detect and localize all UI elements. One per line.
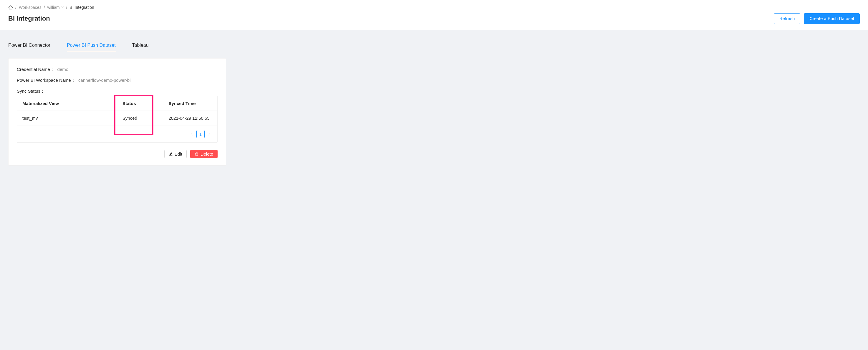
delete-button[interactable]: Delete — [190, 150, 218, 158]
breadcrumb-workspaces[interactable]: Workspaces — [19, 5, 41, 10]
page-header: / Workspaces / william / BI Integration … — [0, 0, 868, 30]
edit-button[interactable]: Edit — [164, 150, 187, 158]
tab-powerbi-push-dataset[interactable]: Power BI Push Dataset — [67, 38, 116, 52]
edit-button-label: Edit — [175, 151, 182, 156]
push-dataset-card: Credential Name ： demo Power BI Workspac… — [8, 58, 226, 166]
pagination: 〈 1 〉 — [17, 126, 217, 142]
credential-name-label: Credential Name — [17, 67, 50, 72]
delete-button-label: Delete — [200, 151, 213, 156]
delete-icon — [195, 152, 199, 156]
cell-status: Synced — [117, 111, 163, 126]
breadcrumb-user-dropdown[interactable]: william — [48, 5, 64, 10]
pagination-page-1[interactable]: 1 — [196, 130, 205, 138]
pagination-next[interactable]: 〉 — [208, 132, 212, 137]
cell-synced-time: 2021-04-29 12:50:55 — [163, 111, 217, 126]
breadcrumb-user: william — [48, 5, 60, 10]
column-status: Status — [117, 96, 163, 111]
page-title: BI Integration — [8, 15, 50, 22]
breadcrumb: / Workspaces / william / BI Integration — [8, 5, 860, 10]
breadcrumb-separator: / — [44, 5, 45, 10]
cell-materialized-view: test_mv — [17, 111, 117, 126]
sync-status-label: Sync Status — [17, 89, 40, 94]
workspace-name-value: cannerflow-demo-power-bi — [78, 78, 131, 83]
tabs: Power BI Connector Power BI Push Dataset… — [8, 38, 860, 53]
edit-icon — [169, 152, 173, 156]
sync-status-table: Materialized View Status Synced Time tes… — [17, 96, 218, 143]
breadcrumb-separator: / — [66, 5, 67, 10]
chevron-down-icon — [61, 6, 64, 9]
table-row: test_mv Synced 2021-04-29 12:50:55 — [17, 111, 217, 126]
pagination-prev[interactable]: 〈 — [189, 132, 193, 137]
breadcrumb-separator: / — [15, 5, 17, 10]
column-synced-time: Synced Time — [163, 96, 217, 111]
create-push-dataset-button[interactable]: Create a Push Dataset — [804, 13, 860, 24]
home-icon[interactable] — [8, 5, 13, 10]
credential-name-value: demo — [57, 67, 69, 72]
tab-tableau[interactable]: Tableau — [132, 38, 149, 52]
refresh-button[interactable]: Refresh — [774, 13, 801, 24]
column-materialized-view: Materialized View — [17, 96, 117, 111]
tab-powerbi-connector[interactable]: Power BI Connector — [8, 38, 50, 52]
breadcrumb-current: BI Integration — [69, 5, 94, 10]
workspace-name-label: Power BI Workspace Name — [17, 78, 71, 83]
